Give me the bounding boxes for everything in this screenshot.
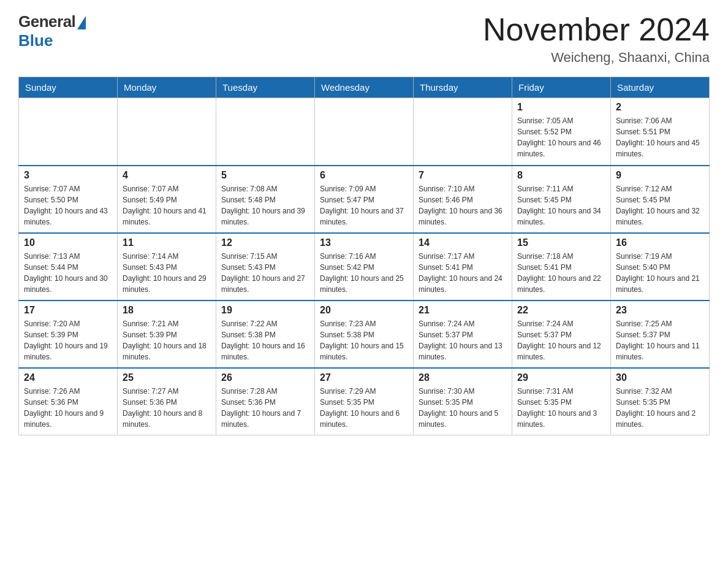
calendar-cell: 22Sunrise: 7:24 AMSunset: 5:37 PMDayligh… <box>512 301 611 368</box>
month-title: November 2024 <box>483 12 710 47</box>
calendar-cell: 17Sunrise: 7:20 AMSunset: 5:39 PMDayligh… <box>19 301 118 368</box>
calendar-cell: 9Sunrise: 7:12 AMSunset: 5:45 PMDaylight… <box>611 166 710 233</box>
day-of-week-header: Saturday <box>611 77 710 98</box>
calendar-cell: 14Sunrise: 7:17 AMSunset: 5:41 PMDayligh… <box>414 233 512 301</box>
day-number: 8 <box>517 170 605 181</box>
day-number: 26 <box>221 372 309 383</box>
calendar-cell: 8Sunrise: 7:11 AMSunset: 5:45 PMDaylight… <box>512 166 611 233</box>
calendar-cell: 27Sunrise: 7:29 AMSunset: 5:35 PMDayligh… <box>315 368 414 435</box>
day-info: Sunrise: 7:22 AMSunset: 5:38 PMDaylight:… <box>221 318 309 362</box>
day-info: Sunrise: 7:07 AMSunset: 5:49 PMDaylight:… <box>123 183 211 228</box>
day-of-week-header: Friday <box>512 77 611 98</box>
day-info: Sunrise: 7:20 AMSunset: 5:39 PMDaylight:… <box>24 318 112 362</box>
day-info: Sunrise: 7:21 AMSunset: 5:39 PMDaylight:… <box>123 318 211 362</box>
title-block: November 2024 Weicheng, Shaanxi, China <box>483 12 710 66</box>
day-info: Sunrise: 7:27 AMSunset: 5:36 PMDaylight:… <box>123 386 211 430</box>
logo: General Blue <box>18 12 86 50</box>
day-info: Sunrise: 7:12 AMSunset: 5:45 PMDaylight:… <box>616 183 704 228</box>
day-info: Sunrise: 7:13 AMSunset: 5:44 PMDaylight:… <box>24 251 112 295</box>
day-number: 7 <box>419 170 507 181</box>
day-number: 25 <box>123 372 211 383</box>
day-number: 14 <box>419 237 507 248</box>
day-info: Sunrise: 7:18 AMSunset: 5:41 PMDaylight:… <box>517 251 605 295</box>
calendar-cell: 10Sunrise: 7:13 AMSunset: 5:44 PMDayligh… <box>19 233 118 301</box>
page-header: General Blue November 2024 Weicheng, Sha… <box>18 12 710 66</box>
day-number: 6 <box>320 170 408 181</box>
day-info: Sunrise: 7:11 AMSunset: 5:45 PMDaylight:… <box>517 183 605 228</box>
day-info: Sunrise: 7:25 AMSunset: 5:37 PMDaylight:… <box>616 318 704 362</box>
calendar-cell <box>315 98 414 166</box>
day-number: 5 <box>221 170 309 181</box>
day-of-week-header: Monday <box>118 77 216 98</box>
day-number: 4 <box>123 170 211 181</box>
calendar-cell <box>118 98 216 166</box>
day-number: 1 <box>517 102 605 113</box>
calendar-cell: 15Sunrise: 7:18 AMSunset: 5:41 PMDayligh… <box>512 233 611 301</box>
day-info: Sunrise: 7:30 AMSunset: 5:35 PMDaylight:… <box>419 386 507 430</box>
day-info: Sunrise: 7:09 AMSunset: 5:47 PMDaylight:… <box>320 183 408 228</box>
calendar-cell: 24Sunrise: 7:26 AMSunset: 5:36 PMDayligh… <box>19 368 118 435</box>
day-info: Sunrise: 7:29 AMSunset: 5:35 PMDaylight:… <box>320 386 408 430</box>
day-number: 12 <box>221 237 309 248</box>
day-of-week-header: Tuesday <box>216 77 315 98</box>
day-number: 22 <box>517 305 605 316</box>
day-number: 20 <box>320 305 408 316</box>
calendar-cell: 5Sunrise: 7:08 AMSunset: 5:48 PMDaylight… <box>216 166 315 233</box>
day-info: Sunrise: 7:28 AMSunset: 5:36 PMDaylight:… <box>221 386 309 430</box>
day-number: 9 <box>616 170 704 181</box>
logo-triangle-icon <box>77 16 86 29</box>
day-number: 30 <box>616 372 704 383</box>
day-number: 24 <box>24 372 112 383</box>
day-of-week-header: Thursday <box>414 77 512 98</box>
calendar-cell: 29Sunrise: 7:31 AMSunset: 5:35 PMDayligh… <box>512 368 611 435</box>
calendar-cell: 23Sunrise: 7:25 AMSunset: 5:37 PMDayligh… <box>611 301 710 368</box>
day-number: 13 <box>320 237 408 248</box>
calendar-cell: 2Sunrise: 7:06 AMSunset: 5:51 PMDaylight… <box>611 98 710 166</box>
day-number: 27 <box>320 372 408 383</box>
day-info: Sunrise: 7:14 AMSunset: 5:43 PMDaylight:… <box>123 251 211 295</box>
calendar-cell: 4Sunrise: 7:07 AMSunset: 5:49 PMDaylight… <box>118 166 216 233</box>
day-info: Sunrise: 7:05 AMSunset: 5:52 PMDaylight:… <box>517 115 605 159</box>
calendar-cell: 18Sunrise: 7:21 AMSunset: 5:39 PMDayligh… <box>118 301 216 368</box>
calendar-cell: 3Sunrise: 7:07 AMSunset: 5:50 PMDaylight… <box>19 166 118 233</box>
day-number: 10 <box>24 237 112 248</box>
calendar-cell: 19Sunrise: 7:22 AMSunset: 5:38 PMDayligh… <box>216 301 315 368</box>
calendar-cell: 13Sunrise: 7:16 AMSunset: 5:42 PMDayligh… <box>315 233 414 301</box>
calendar-cell <box>216 98 315 166</box>
day-info: Sunrise: 7:08 AMSunset: 5:48 PMDaylight:… <box>221 183 309 228</box>
day-of-week-header: Wednesday <box>315 77 414 98</box>
day-number: 28 <box>419 372 507 383</box>
calendar-cell: 6Sunrise: 7:09 AMSunset: 5:47 PMDaylight… <box>315 166 414 233</box>
logo-blue-text: Blue <box>18 31 53 50</box>
day-info: Sunrise: 7:16 AMSunset: 5:42 PMDaylight:… <box>320 251 408 295</box>
day-info: Sunrise: 7:07 AMSunset: 5:50 PMDaylight:… <box>24 183 112 228</box>
calendar-cell: 25Sunrise: 7:27 AMSunset: 5:36 PMDayligh… <box>118 368 216 435</box>
calendar-cell: 7Sunrise: 7:10 AMSunset: 5:46 PMDaylight… <box>414 166 512 233</box>
day-number: 11 <box>123 237 211 248</box>
day-info: Sunrise: 7:06 AMSunset: 5:51 PMDaylight:… <box>616 115 704 159</box>
day-info: Sunrise: 7:24 AMSunset: 5:37 PMDaylight:… <box>419 318 507 362</box>
calendar-cell: 12Sunrise: 7:15 AMSunset: 5:43 PMDayligh… <box>216 233 315 301</box>
day-number: 16 <box>616 237 704 248</box>
calendar-cell <box>19 98 118 166</box>
calendar-cell: 26Sunrise: 7:28 AMSunset: 5:36 PMDayligh… <box>216 368 315 435</box>
calendar-cell <box>414 98 512 166</box>
day-info: Sunrise: 7:15 AMSunset: 5:43 PMDaylight:… <box>221 251 309 295</box>
calendar-cell: 21Sunrise: 7:24 AMSunset: 5:37 PMDayligh… <box>414 301 512 368</box>
day-number: 18 <box>123 305 211 316</box>
calendar-cell: 20Sunrise: 7:23 AMSunset: 5:38 PMDayligh… <box>315 301 414 368</box>
day-number: 17 <box>24 305 112 316</box>
day-info: Sunrise: 7:24 AMSunset: 5:37 PMDaylight:… <box>517 318 605 362</box>
day-number: 23 <box>616 305 704 316</box>
location-text: Weicheng, Shaanxi, China <box>483 50 710 66</box>
calendar-cell: 11Sunrise: 7:14 AMSunset: 5:43 PMDayligh… <box>118 233 216 301</box>
logo-general-text: General <box>18 12 75 31</box>
day-info: Sunrise: 7:31 AMSunset: 5:35 PMDaylight:… <box>517 386 605 430</box>
day-of-week-header: Sunday <box>19 77 118 98</box>
day-info: Sunrise: 7:17 AMSunset: 5:41 PMDaylight:… <box>419 251 507 295</box>
calendar-cell: 28Sunrise: 7:30 AMSunset: 5:35 PMDayligh… <box>414 368 512 435</box>
day-number: 15 <box>517 237 605 248</box>
day-info: Sunrise: 7:10 AMSunset: 5:46 PMDaylight:… <box>419 183 507 228</box>
calendar-cell: 16Sunrise: 7:19 AMSunset: 5:40 PMDayligh… <box>611 233 710 301</box>
day-info: Sunrise: 7:19 AMSunset: 5:40 PMDaylight:… <box>616 251 704 295</box>
